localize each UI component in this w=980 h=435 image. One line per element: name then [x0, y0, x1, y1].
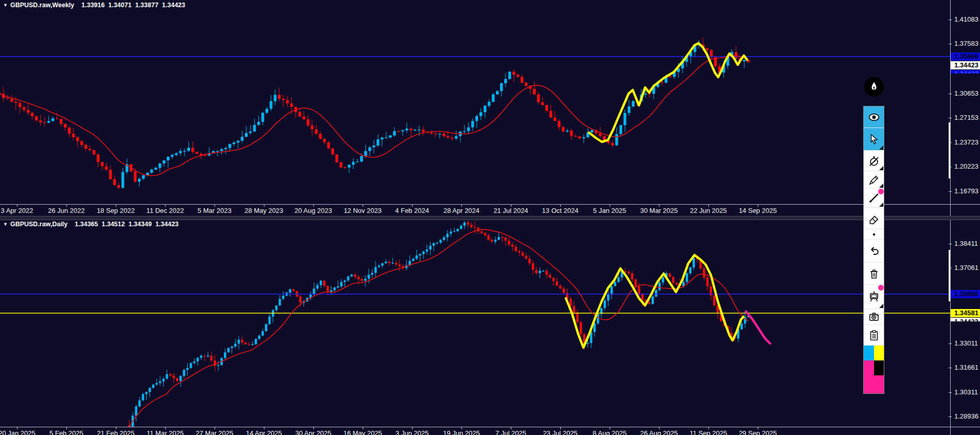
- line-tool-button[interactable]: [864, 189, 884, 208]
- weekly-chart-title: ▼GBPUSD.raw,Weekly1.339161.340711.338771…: [3, 2, 189, 9]
- collapse-triangle-icon[interactable]: ▼: [3, 222, 8, 227]
- high-value: 1.34512: [102, 221, 125, 228]
- time-tick-label: 30 Mar 2025: [640, 207, 678, 214]
- moving-average-line: [0, 56, 749, 176]
- white-price-label: 1.34423: [951, 61, 980, 69]
- low-value: 1.34349: [129, 221, 152, 228]
- time-tick-label: 20 Aug 2023: [294, 207, 332, 214]
- daily-plot-area[interactable]: [0, 219, 951, 427]
- pencil-button[interactable]: [864, 171, 884, 189]
- freehand-yellow: [566, 255, 743, 348]
- color-magenta[interactable]: [864, 360, 874, 375]
- corner-expand-icon: [879, 203, 883, 207]
- weekly-chart-window[interactable]: ▼GBPUSD.raw,Weekly1.339161.340711.338771…: [0, 0, 980, 216]
- daily-time-axis[interactable]: 20 Jan 20255 Feb 202521 Feb 202511 Mar 2…: [0, 427, 980, 435]
- price-tick-label: 1.28936: [951, 412, 980, 421]
- time-tick-label: 5 Feb 2025: [49, 429, 83, 435]
- time-tick-label: 30 Apr 2025: [295, 429, 331, 435]
- moving-average-line: [129, 229, 749, 427]
- corner-expand-icon: [879, 184, 883, 188]
- clipboard-button[interactable]: [864, 325, 884, 346]
- cursor-icon: [868, 133, 880, 146]
- time-tick-label: 12 Nov 2023: [344, 207, 382, 214]
- time-tick-label: 22 Jun 2025: [690, 207, 727, 214]
- price-tick-label: 1.37061: [951, 264, 980, 272]
- visibility-button[interactable]: [864, 106, 884, 128]
- corner-expand-icon: [879, 304, 883, 308]
- time-tick-label: 11 Dec 2022: [147, 207, 184, 214]
- collapse-triangle-icon[interactable]: ▼: [3, 3, 8, 8]
- dot-icon: [868, 228, 880, 241]
- price-tick-label: 1.23723: [951, 138, 980, 147]
- daily-chart-title: ▼GBPUSD.raw,Daily1.343651.345121.343491.…: [3, 221, 182, 228]
- color-yellow[interactable]: [874, 346, 884, 360]
- price-tick-label: 1.33011: [951, 339, 980, 348]
- color-cyan[interactable]: [864, 346, 874, 360]
- time-tick-label: 3 Jun 2025: [396, 429, 429, 435]
- low-value: 1.33877: [135, 2, 158, 9]
- color-palette: [864, 346, 884, 375]
- price-tick-label: 1.16793: [951, 187, 980, 195]
- time-tick-label: 19 Jun 2025: [443, 429, 480, 435]
- pen-logo[interactable]: [864, 77, 884, 97]
- timer-off-button[interactable]: [864, 151, 884, 171]
- time-tick-label: 11 Sep 2025: [690, 429, 727, 435]
- time-tick-label: 7 Jul 2025: [495, 429, 526, 435]
- daily-chart-window[interactable]: ▼GBPUSD.raw,Daily1.343651.345121.343491.…: [0, 219, 980, 435]
- eraser-button[interactable]: [864, 208, 884, 229]
- color-black[interactable]: [874, 360, 884, 375]
- current-color-swatch[interactable]: [864, 375, 884, 393]
- time-tick-label: 27 Mar 2025: [196, 429, 234, 435]
- blue-price-label: 1.35666: [951, 52, 980, 61]
- blue-price-label: 1.35666: [951, 290, 980, 298]
- pink-dot-badge: [878, 189, 884, 194]
- time-tick-label: 4 Feb 2024: [395, 207, 429, 214]
- time-tick-label: 28 Apr 2024: [443, 207, 479, 214]
- time-tick-label: 21 Feb 2025: [97, 429, 134, 435]
- time-tick-label: 8 Aug 2025: [593, 429, 627, 435]
- weekly-time-axis[interactable]: 3 Apr 202226 Jun 202218 Sep 202211 Dec 2…: [0, 204, 980, 215]
- price-tick-label: 1.20223: [951, 162, 980, 171]
- close-value: 1.34423: [162, 2, 185, 9]
- time-tick-label: 11 Mar 2025: [147, 429, 184, 435]
- dot-separator[interactable]: [864, 229, 884, 240]
- cursor-button[interactable]: [864, 128, 884, 151]
- camera-icon: [868, 311, 880, 323]
- time-tick-label: 14 Apr 2025: [246, 429, 282, 435]
- time-tick-label: 28 May 2023: [244, 207, 283, 214]
- time-tick-label: 21 Jul 2024: [493, 207, 528, 214]
- daily-price-axis[interactable]: 1.384111.370611.330111.316611.303111.289…: [950, 219, 980, 435]
- price-tick-label: 1.27153: [951, 114, 980, 122]
- price-tick-label: 1.41083: [951, 15, 980, 24]
- drawing-toolbar: [863, 106, 884, 394]
- delete-button[interactable]: [864, 263, 884, 285]
- clipboard-icon: [868, 329, 880, 341]
- corner-expand-icon: [879, 166, 883, 170]
- weekly-price-axis[interactable]: 1.410831.375831.306531.271531.237231.202…: [950, 0, 980, 216]
- time-tick-label: 13 Oct 2024: [542, 207, 579, 214]
- eraser-icon: [868, 212, 880, 225]
- camera-button[interactable]: [864, 309, 884, 325]
- whiteboard-button[interactable]: [864, 285, 884, 309]
- pink-dot-badge: [878, 285, 884, 291]
- price-tick-label: 1.30653: [951, 89, 980, 98]
- close-value: 1.34423: [155, 221, 179, 228]
- freehand-yellow: [589, 43, 747, 142]
- pen-nib-icon: [868, 81, 880, 93]
- undo-icon: [868, 245, 880, 257]
- time-tick-label: 14 Sep 2025: [739, 207, 777, 214]
- open-value: 1.33916: [81, 2, 104, 9]
- time-tick-label: 26 Jun 2022: [48, 207, 85, 214]
- time-tick-label: 16 May 2025: [343, 429, 382, 435]
- price-tick-label: 1.31661: [951, 364, 980, 372]
- symbol-period-label: GBPUSD.raw,Weekly: [10, 2, 74, 9]
- window-separator[interactable]: [0, 216, 980, 220]
- undo-button[interactable]: [864, 240, 884, 263]
- trash-icon: [868, 267, 880, 280]
- time-tick-label: 20 Jan 2025: [0, 429, 35, 435]
- time-tick-label: 18 Sep 2022: [97, 207, 135, 214]
- symbol-period-label: GBPUSD.raw,Daily: [10, 221, 67, 228]
- time-tick-label: 3 Apr 2022: [1, 207, 33, 214]
- weekly-plot-area[interactable]: [0, 0, 951, 204]
- line-icon: [868, 192, 880, 204]
